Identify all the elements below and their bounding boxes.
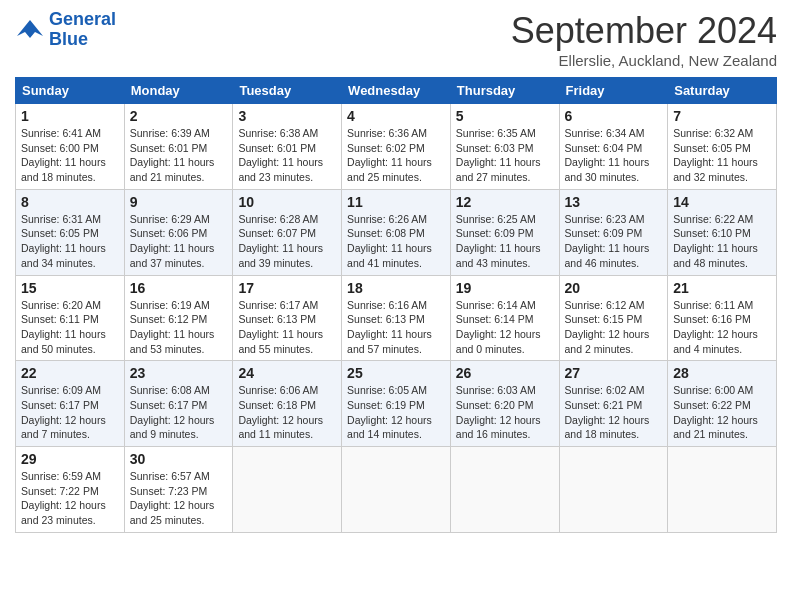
table-row: 12 Sunrise: 6:25 AM Sunset: 6:09 PM Dayl… — [450, 189, 559, 275]
page-title: September 2024 — [511, 10, 777, 52]
table-row: 16 Sunrise: 6:19 AM Sunset: 6:12 PM Dayl… — [124, 275, 233, 361]
day-info: Sunrise: 6:23 AM Sunset: 6:09 PM Dayligh… — [565, 212, 663, 271]
day-info: Sunrise: 6:17 AM Sunset: 6:13 PM Dayligh… — [238, 298, 336, 357]
header-monday: Monday — [124, 78, 233, 104]
day-number: 29 — [21, 451, 119, 467]
day-number: 15 — [21, 280, 119, 296]
day-number: 30 — [130, 451, 228, 467]
day-info: Sunrise: 6:35 AM Sunset: 6:03 PM Dayligh… — [456, 126, 554, 185]
day-info: Sunrise: 6:11 AM Sunset: 6:16 PM Dayligh… — [673, 298, 771, 357]
logo-icon — [15, 18, 45, 42]
table-row: 25 Sunrise: 6:05 AM Sunset: 6:19 PM Dayl… — [342, 361, 451, 447]
day-number: 14 — [673, 194, 771, 210]
table-row: 5 Sunrise: 6:35 AM Sunset: 6:03 PM Dayli… — [450, 104, 559, 190]
day-number: 22 — [21, 365, 119, 381]
header-friday: Friday — [559, 78, 668, 104]
day-info: Sunrise: 6:05 AM Sunset: 6:19 PM Dayligh… — [347, 383, 445, 442]
day-info: Sunrise: 6:38 AM Sunset: 6:01 PM Dayligh… — [238, 126, 336, 185]
day-number: 23 — [130, 365, 228, 381]
day-number: 2 — [130, 108, 228, 124]
day-info: Sunrise: 6:28 AM Sunset: 6:07 PM Dayligh… — [238, 212, 336, 271]
day-number: 17 — [238, 280, 336, 296]
day-number: 21 — [673, 280, 771, 296]
day-number: 8 — [21, 194, 119, 210]
svg-marker-0 — [17, 20, 43, 38]
day-info: Sunrise: 6:39 AM Sunset: 6:01 PM Dayligh… — [130, 126, 228, 185]
day-number: 3 — [238, 108, 336, 124]
header-thursday: Thursday — [450, 78, 559, 104]
table-row: 13 Sunrise: 6:23 AM Sunset: 6:09 PM Dayl… — [559, 189, 668, 275]
table-row: 22 Sunrise: 6:09 AM Sunset: 6:17 PM Dayl… — [16, 361, 125, 447]
day-info: Sunrise: 6:12 AM Sunset: 6:15 PM Dayligh… — [565, 298, 663, 357]
day-number: 10 — [238, 194, 336, 210]
calendar-table: Sunday Monday Tuesday Wednesday Thursday… — [15, 77, 777, 533]
day-info: Sunrise: 6:06 AM Sunset: 6:18 PM Dayligh… — [238, 383, 336, 442]
table-row: 9 Sunrise: 6:29 AM Sunset: 6:06 PM Dayli… — [124, 189, 233, 275]
day-info: Sunrise: 6:02 AM Sunset: 6:21 PM Dayligh… — [565, 383, 663, 442]
page-header: General Blue September 2024 Ellerslie, A… — [15, 10, 777, 69]
day-number: 1 — [21, 108, 119, 124]
header-sunday: Sunday — [16, 78, 125, 104]
calendar-row: 22 Sunrise: 6:09 AM Sunset: 6:17 PM Dayl… — [16, 361, 777, 447]
logo: General Blue — [15, 10, 116, 50]
day-info: Sunrise: 6:03 AM Sunset: 6:20 PM Dayligh… — [456, 383, 554, 442]
calendar-row: 29 Sunrise: 6:59 AM Sunset: 7:22 PM Dayl… — [16, 447, 777, 533]
day-number: 24 — [238, 365, 336, 381]
day-number: 19 — [456, 280, 554, 296]
table-row: 27 Sunrise: 6:02 AM Sunset: 6:21 PM Dayl… — [559, 361, 668, 447]
day-info: Sunrise: 6:08 AM Sunset: 6:17 PM Dayligh… — [130, 383, 228, 442]
day-info: Sunrise: 6:57 AM Sunset: 7:23 PM Dayligh… — [130, 469, 228, 528]
table-row — [233, 447, 342, 533]
table-row — [668, 447, 777, 533]
day-info: Sunrise: 6:29 AM Sunset: 6:06 PM Dayligh… — [130, 212, 228, 271]
table-row: 6 Sunrise: 6:34 AM Sunset: 6:04 PM Dayli… — [559, 104, 668, 190]
day-info: Sunrise: 6:31 AM Sunset: 6:05 PM Dayligh… — [21, 212, 119, 271]
table-row: 30 Sunrise: 6:57 AM Sunset: 7:23 PM Dayl… — [124, 447, 233, 533]
day-info: Sunrise: 6:26 AM Sunset: 6:08 PM Dayligh… — [347, 212, 445, 271]
table-row: 14 Sunrise: 6:22 AM Sunset: 6:10 PM Dayl… — [668, 189, 777, 275]
table-row: 18 Sunrise: 6:16 AM Sunset: 6:13 PM Dayl… — [342, 275, 451, 361]
day-info: Sunrise: 6:16 AM Sunset: 6:13 PM Dayligh… — [347, 298, 445, 357]
table-row: 7 Sunrise: 6:32 AM Sunset: 6:05 PM Dayli… — [668, 104, 777, 190]
day-info: Sunrise: 6:14 AM Sunset: 6:14 PM Dayligh… — [456, 298, 554, 357]
table-row: 3 Sunrise: 6:38 AM Sunset: 6:01 PM Dayli… — [233, 104, 342, 190]
day-number: 25 — [347, 365, 445, 381]
table-row: 29 Sunrise: 6:59 AM Sunset: 7:22 PM Dayl… — [16, 447, 125, 533]
table-row: 8 Sunrise: 6:31 AM Sunset: 6:05 PM Dayli… — [16, 189, 125, 275]
table-row: 1 Sunrise: 6:41 AM Sunset: 6:00 PM Dayli… — [16, 104, 125, 190]
day-number: 16 — [130, 280, 228, 296]
table-row: 15 Sunrise: 6:20 AM Sunset: 6:11 PM Dayl… — [16, 275, 125, 361]
day-number: 12 — [456, 194, 554, 210]
day-info: Sunrise: 6:19 AM Sunset: 6:12 PM Dayligh… — [130, 298, 228, 357]
table-row: 23 Sunrise: 6:08 AM Sunset: 6:17 PM Dayl… — [124, 361, 233, 447]
header-tuesday: Tuesday — [233, 78, 342, 104]
day-number: 5 — [456, 108, 554, 124]
day-info: Sunrise: 6:41 AM Sunset: 6:00 PM Dayligh… — [21, 126, 119, 185]
table-row: 19 Sunrise: 6:14 AM Sunset: 6:14 PM Dayl… — [450, 275, 559, 361]
table-row — [342, 447, 451, 533]
calendar-row: 8 Sunrise: 6:31 AM Sunset: 6:05 PM Dayli… — [16, 189, 777, 275]
logo-line2: Blue — [49, 29, 88, 49]
table-row: 4 Sunrise: 6:36 AM Sunset: 6:02 PM Dayli… — [342, 104, 451, 190]
title-block: September 2024 Ellerslie, Auckland, New … — [511, 10, 777, 69]
day-info: Sunrise: 6:22 AM Sunset: 6:10 PM Dayligh… — [673, 212, 771, 271]
day-info: Sunrise: 6:00 AM Sunset: 6:22 PM Dayligh… — [673, 383, 771, 442]
day-number: 4 — [347, 108, 445, 124]
header-wednesday: Wednesday — [342, 78, 451, 104]
day-number: 28 — [673, 365, 771, 381]
calendar-row: 15 Sunrise: 6:20 AM Sunset: 6:11 PM Dayl… — [16, 275, 777, 361]
day-number: 18 — [347, 280, 445, 296]
day-info: Sunrise: 6:20 AM Sunset: 6:11 PM Dayligh… — [21, 298, 119, 357]
day-info: Sunrise: 6:34 AM Sunset: 6:04 PM Dayligh… — [565, 126, 663, 185]
day-info: Sunrise: 6:36 AM Sunset: 6:02 PM Dayligh… — [347, 126, 445, 185]
day-info: Sunrise: 6:59 AM Sunset: 7:22 PM Dayligh… — [21, 469, 119, 528]
day-info: Sunrise: 6:32 AM Sunset: 6:05 PM Dayligh… — [673, 126, 771, 185]
table-row — [450, 447, 559, 533]
table-row: 21 Sunrise: 6:11 AM Sunset: 6:16 PM Dayl… — [668, 275, 777, 361]
table-row: 17 Sunrise: 6:17 AM Sunset: 6:13 PM Dayl… — [233, 275, 342, 361]
table-row: 11 Sunrise: 6:26 AM Sunset: 6:08 PM Dayl… — [342, 189, 451, 275]
logo-text: General Blue — [49, 10, 116, 50]
day-number: 13 — [565, 194, 663, 210]
table-row: 2 Sunrise: 6:39 AM Sunset: 6:01 PM Dayli… — [124, 104, 233, 190]
calendar-row: 1 Sunrise: 6:41 AM Sunset: 6:00 PM Dayli… — [16, 104, 777, 190]
